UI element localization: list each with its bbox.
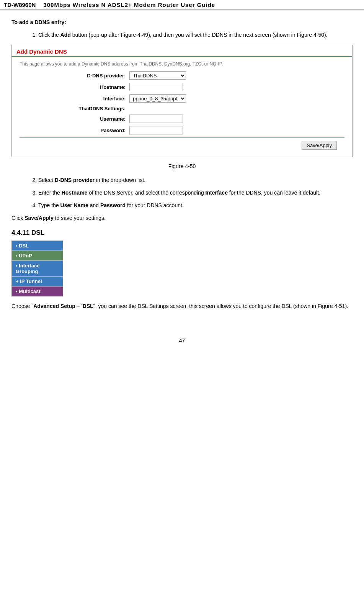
step3-bold2: Interface xyxy=(206,190,228,196)
username-label: Username: xyxy=(68,116,129,122)
username-row: Username: xyxy=(68,115,295,123)
dns-provider-select[interactable]: ThaiDDNS xyxy=(129,71,186,80)
password-row: Password: xyxy=(68,126,295,134)
section-heading-dsl: 4.4.11 DSL xyxy=(11,229,353,237)
nav-item-upnp[interactable]: • UPnP xyxy=(12,251,63,261)
nav-menu: • DSL • UPnP • Interface Grouping + IP T… xyxy=(11,241,63,296)
nav-item-multicast[interactable]: • Multicast xyxy=(12,287,63,296)
step-1: Click the Add button (pop-up after Figur… xyxy=(38,31,353,39)
thaid-settings-label: ThaiDDNS Settings: xyxy=(68,106,129,111)
step-2: Select D-DNS provider in the drop-down l… xyxy=(38,176,353,185)
dsl-bold: DSL xyxy=(83,303,93,309)
nav-item-dsl[interactable]: • DSL xyxy=(12,241,63,251)
steps-list-2: Select D-DNS provider in the drop-down l… xyxy=(23,176,353,210)
figure-description: This page allows you to add a Dynamic DN… xyxy=(20,61,344,67)
click-note: Click Save/Apply to save your settings. xyxy=(11,214,353,223)
interface-row: Interface: pppoe_0_8_35/ppp0 xyxy=(68,94,295,103)
interface-select[interactable]: pppoe_0_8_35/ppp0 xyxy=(129,94,186,103)
dsl-dot: • xyxy=(16,243,19,249)
figure-4-50-box: Add Dynamic DNS This page allows you to … xyxy=(11,45,353,157)
step1-bold1: Add xyxy=(60,32,71,38)
click-note-bold: Save/Apply xyxy=(24,215,53,221)
guide-title: 300Mbps Wireless N ADSL2+ Modem Router U… xyxy=(43,2,215,8)
interface-label: Interface: xyxy=(68,96,129,102)
save-apply-button[interactable]: Save/Apply xyxy=(302,141,337,150)
step4-bold2: Password xyxy=(100,202,126,208)
figure-footer: Save/Apply xyxy=(20,138,344,153)
dns-form: D-DNS provider: ThaiDDNS Hostname: Inter… xyxy=(68,71,295,134)
hostname-input[interactable] xyxy=(129,83,183,91)
nav-item-interface-grouping[interactable]: • Interface Grouping xyxy=(12,261,63,277)
thaidns-settings-row: ThaiDDNS Settings: xyxy=(68,106,295,111)
dsl-description: Choose "Advanced Setup→"DSL", you can se… xyxy=(11,302,353,311)
page-footer: 47 xyxy=(0,337,364,344)
step4-bold1: User Name xyxy=(60,202,88,208)
step2-bold: D-DNS provider xyxy=(55,177,95,183)
model-name: TD-W8960N xyxy=(4,2,36,8)
ig-dot: • xyxy=(16,263,19,269)
advanced-setup-bold: Advanced Setup xyxy=(33,303,75,309)
username-input[interactable] xyxy=(129,115,183,123)
step-3: Enter the Hostname of the DNS Server, an… xyxy=(38,188,353,197)
hostname-row: Hostname: xyxy=(68,83,295,91)
mc-dot: • xyxy=(16,288,19,294)
hostname-label: Hostname: xyxy=(68,84,129,90)
page-header: TD-W8960N 300Mbps Wireless N ADSL2+ Mode… xyxy=(0,0,364,10)
ip-dot: + xyxy=(16,278,20,284)
mc-label: Multicast xyxy=(19,288,40,294)
nav-item-ip-tunnel[interactable]: + IP Tunnel xyxy=(12,277,63,287)
ig-label: Interface Grouping xyxy=(16,263,39,274)
main-content: To add a DDNS entry: Click the Add butto… xyxy=(0,14,364,326)
steps-list: Click the Add button (pop-up after Figur… xyxy=(23,31,353,39)
upnp-label: UPnP xyxy=(19,253,32,259)
password-label: Password: xyxy=(68,128,129,133)
figure-form-content: This page allows you to add a Dynamic DN… xyxy=(12,57,352,157)
step3-bold1: Hostname xyxy=(62,190,88,196)
step-4: Type the User Name and Password for your… xyxy=(38,201,353,210)
upnp-dot: • xyxy=(16,253,19,259)
dsl-label: DSL xyxy=(19,243,29,249)
ip-label: IP Tunnel xyxy=(20,278,42,284)
figure-title-bar: Add Dynamic DNS xyxy=(12,45,352,57)
dns-provider-row: D-DNS provider: ThaiDDNS xyxy=(68,71,295,80)
figure-title: Add Dynamic DNS xyxy=(16,48,67,55)
password-input[interactable] xyxy=(129,126,183,134)
figure-caption: Figure 4-50 xyxy=(11,162,353,170)
intro-label: To add a DDNS entry: xyxy=(11,18,353,27)
page-number: 47 xyxy=(179,337,185,344)
dns-provider-label: D-DNS provider: xyxy=(68,73,129,79)
